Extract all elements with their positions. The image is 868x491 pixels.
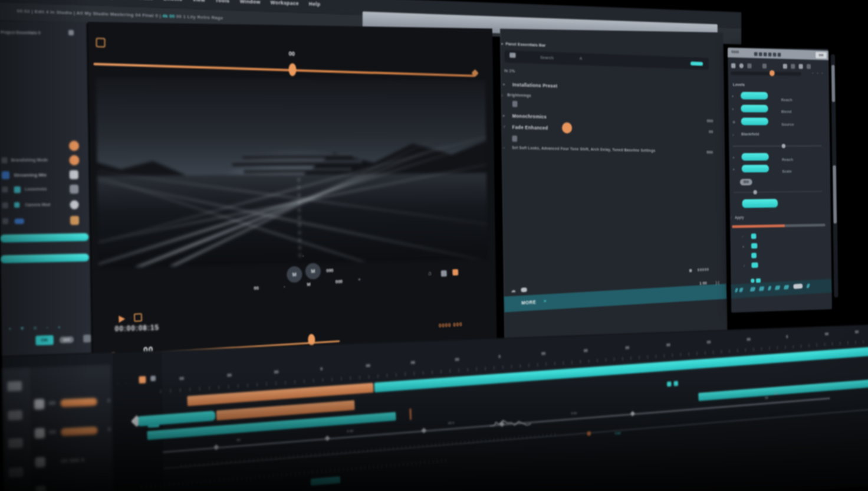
effect-value[interactable]: 000	[707, 119, 714, 124]
tool-icon[interactable]	[775, 286, 781, 290]
effect-value[interactable]: 00	[709, 129, 713, 134]
value-pill[interactable]	[741, 92, 768, 100]
panel-titlebar[interactable]: 0000 000	[728, 48, 828, 60]
media-row[interactable]	[35, 482, 111, 491]
play-button[interactable]: M	[287, 266, 303, 283]
sidebar-header-icon[interactable]	[68, 30, 74, 35]
muted-row-label[interactable]: Blankfield	[741, 132, 760, 136]
tool-icon[interactable]	[747, 64, 751, 68]
item-action-button[interactable]	[70, 216, 79, 225]
cyan-level-bar[interactable]	[0, 233, 88, 243]
check-icon[interactable]: ✓	[743, 264, 746, 268]
orange-progress-bar[interactable]	[732, 224, 825, 228]
tool-icon[interactable]	[806, 284, 810, 289]
tool-icon[interactable]: ▪	[9, 326, 11, 332]
cyan-toggle-dot[interactable]	[751, 253, 757, 258]
cyan-level-bar[interactable]	[1, 254, 89, 263]
more-options-button[interactable]	[83, 335, 91, 343]
media-row[interactable]: 000 0	[35, 424, 111, 441]
monitor-scrub-bar[interactable]	[93, 63, 475, 77]
panel-scrollbar[interactable]	[831, 54, 839, 297]
eye-icon[interactable]	[521, 287, 527, 292]
tool-icon[interactable]	[739, 63, 744, 68]
menu-window[interactable]: Window	[235, 0, 265, 5]
fullscreen-icon[interactable]	[441, 270, 447, 277]
chevron-icon[interactable]: ▸	[732, 94, 734, 98]
filter-icon[interactable]: A	[580, 56, 583, 61]
list-item[interactable]: Looseness	[0, 184, 89, 196]
orange-keyframe-dot[interactable]	[587, 431, 591, 436]
divider-slider-track[interactable]	[733, 145, 821, 146]
chevron-icon[interactable]: ▸	[733, 167, 735, 171]
value-pill[interactable]	[741, 153, 768, 161]
check-icon[interactable]: ✓	[503, 125, 506, 129]
tool-icon[interactable]	[735, 288, 738, 293]
mode-toggle[interactable]: M	[307, 281, 311, 287]
slider-right-icons[interactable]: · · ·	[812, 71, 824, 74]
orange-clip-pill[interactable]	[60, 398, 97, 407]
track-lock-icon[interactable]	[150, 376, 156, 381]
keyframe-diamond[interactable]	[421, 428, 426, 434]
pen-icon[interactable]: ∕	[742, 235, 743, 238]
playhead-tick-orange[interactable]	[409, 408, 411, 420]
chevron-icon[interactable]: ▸	[733, 155, 735, 159]
scrub-handle[interactable]	[288, 63, 296, 76]
cyan-toggle-dot[interactable]	[751, 234, 757, 239]
clapper-icon[interactable]	[96, 38, 106, 48]
tool-icon[interactable]	[798, 64, 803, 69]
record-icon[interactable]	[452, 269, 458, 276]
tool-icon[interactable]	[762, 64, 767, 68]
chevron-icon[interactable]: ▹	[732, 133, 734, 137]
search-toggle-pill[interactable]	[691, 61, 703, 66]
chevron-icon[interactable]: ▸	[743, 244, 745, 248]
menu-workspace[interactable]: Workspace	[265, 0, 304, 6]
radio-icon[interactable]: ◉	[732, 120, 735, 124]
value-pill[interactable]	[741, 105, 768, 113]
tool-icon[interactable]	[784, 285, 790, 290]
light-chip[interactable]	[793, 284, 803, 289]
chevron-right-icon[interactable]: ▸	[503, 113, 505, 118]
value-pill[interactable]	[741, 117, 768, 125]
item-action-button[interactable]	[70, 170, 78, 179]
media-thumb[interactable]	[8, 438, 23, 449]
sequence-breadcrumb[interactable]: 00:02 | Edit 4 In Studio | All My Studio…	[17, 8, 223, 21]
value-pill-large[interactable]	[742, 199, 778, 208]
media-row[interactable]: 000 0	[34, 395, 110, 412]
tool-icon[interactable]: ▪	[58, 324, 60, 330]
pause-button[interactable]: M	[305, 263, 321, 280]
divider-slider-track[interactable]	[734, 191, 822, 193]
clip-markers-cyan[interactable]	[667, 378, 681, 389]
add-marker-button[interactable]: +	[358, 277, 361, 282]
parameter-slider-track[interactable]	[731, 71, 801, 76]
keyframe-diamond[interactable]	[630, 411, 635, 416]
divider-slider-handle[interactable]	[753, 190, 757, 194]
list-item[interactable]: Camera Mod	[0, 199, 90, 211]
menu-fade[interactable]: Fade	[135, 0, 159, 1]
tool-icon[interactable]	[783, 64, 787, 68]
scrollbar-thumb[interactable]	[831, 65, 835, 102]
orange-keyframe-dot[interactable]	[562, 122, 572, 133]
lock-icon[interactable]	[512, 136, 517, 142]
tool-icon[interactable]: ◦	[47, 325, 48, 330]
menu-effects[interactable]: Effects	[159, 0, 188, 2]
gear-icon[interactable]: ○	[501, 93, 504, 97]
keyframe-diamond[interactable]	[213, 444, 219, 450]
menu-help[interactable]: Help	[304, 0, 325, 7]
tool-icon[interactable]	[791, 64, 795, 68]
clip-cyan[interactable]	[698, 378, 868, 401]
curve-icon[interactable]: ~	[503, 146, 505, 150]
brush-icon[interactable]	[750, 287, 756, 292]
pen-icon[interactable]: ∕	[731, 215, 732, 219]
orange-clip-pill[interactable]	[61, 427, 97, 436]
slider-handle-orange[interactable]	[770, 70, 775, 76]
item-action-button[interactable]	[70, 185, 78, 194]
list-item[interactable]	[0, 215, 90, 228]
keyframe-diamond[interactable]	[325, 436, 330, 441]
list-item[interactable]	[0, 140, 88, 152]
tool-icon[interactable]	[731, 63, 735, 68]
more-results-bar[interactable]: MORE » 1 00 ) (	[504, 284, 726, 312]
chevron-icon[interactable]: ▸	[732, 107, 734, 111]
media-thumb[interactable]	[8, 410, 22, 421]
menu-tools[interactable]: Tools	[211, 0, 235, 4]
menu-view[interactable]: View	[188, 0, 211, 3]
